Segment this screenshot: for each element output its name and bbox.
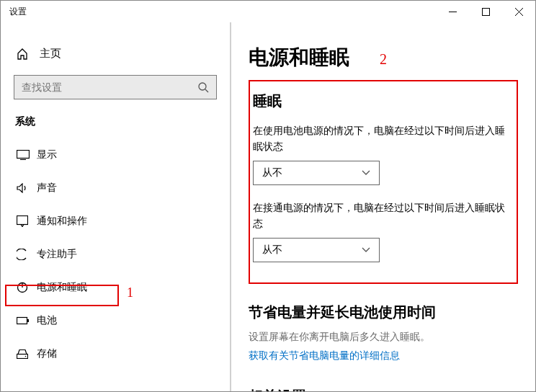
sidebar-item-label: 通知和操作 — [37, 215, 87, 228]
dropdown-value: 从不 — [262, 166, 282, 179]
highlighted-section: 睡眠 在使用电池电源的情况下，电脑在经过以下时间后进入睡眠状态 从不 在接通电源… — [249, 80, 518, 284]
svg-point-4 — [199, 83, 206, 90]
power-icon — [17, 282, 37, 293]
save-power-subtext: 设置屏幕在你离开电脑后多久进入睡眠。 — [249, 331, 518, 344]
notifications-icon — [17, 215, 37, 227]
svg-rect-6 — [17, 151, 30, 159]
sidebar-item-sound[interactable]: 声音 — [1, 172, 230, 205]
window-title: 设置 — [9, 6, 27, 18]
sidebar-item-label: 电源和睡眠 — [37, 281, 87, 294]
desc-plugged: 在接通电源的情况下，电脑在经过以下时间后进入睡眠状态 — [253, 200, 508, 232]
sidebar-group-label: 系统 — [1, 112, 230, 138]
battery-icon — [17, 316, 37, 325]
svg-rect-11 — [17, 318, 27, 324]
sidebar-item-display[interactable]: 显示 — [1, 138, 230, 172]
section-title-related: 相关设置 — [249, 387, 518, 391]
display-icon — [17, 150, 37, 160]
search-icon — [198, 82, 209, 93]
close-button[interactable] — [502, 1, 535, 22]
save-power-link[interactable]: 获取有关节省电脑电量的详细信息 — [249, 349, 518, 362]
home-label: 主页 — [40, 47, 61, 61]
content-area: 电源和睡眠 2 睡眠 在使用电池电源的情况下，电脑在经过以下时间后进入睡眠状态 … — [231, 22, 535, 391]
sidebar-item-focus[interactable]: 专注助手 — [1, 238, 230, 271]
minimize-button[interactable] — [436, 1, 469, 22]
dropdown-battery-sleep[interactable]: 从不 — [253, 161, 380, 185]
sound-icon — [17, 183, 37, 193]
sidebar-item-storage[interactable]: 存储 — [1, 337, 230, 370]
sidebar-item-battery[interactable]: 电池 — [1, 304, 230, 337]
sidebar: 主页 系统 显示 声音 通知和操作 — [1, 22, 231, 391]
svg-rect-1 — [482, 8, 489, 15]
svg-point-14 — [25, 355, 27, 357]
chevron-down-icon — [362, 247, 370, 253]
chevron-down-icon — [362, 170, 370, 176]
dropdown-plugged-sleep[interactable]: 从不 — [253, 238, 380, 262]
svg-line-5 — [205, 89, 208, 92]
search-input[interactable] — [14, 75, 217, 99]
home-icon — [17, 48, 28, 60]
section-title-save-power: 节省电量并延长电池使用时间 — [249, 303, 518, 322]
sidebar-item-label: 显示 — [37, 148, 57, 161]
sidebar-item-label: 存储 — [37, 347, 57, 360]
sidebar-item-label: 专注助手 — [37, 248, 77, 261]
page-title: 电源和睡眠 — [249, 44, 349, 71]
svg-rect-8 — [17, 216, 28, 225]
sidebar-item-label: 电池 — [37, 314, 57, 327]
titlebar: 设置 — [1, 1, 535, 22]
focus-icon — [17, 249, 37, 260]
svg-rect-12 — [27, 319, 29, 322]
section-title-sleep: 睡眠 — [253, 92, 508, 111]
sidebar-item-label: 声音 — [37, 182, 57, 195]
sidebar-item-notifications[interactable]: 通知和操作 — [1, 205, 230, 238]
sidebar-home[interactable]: 主页 — [1, 38, 230, 69]
annotation-1: 1 — [127, 285, 133, 300]
search-field[interactable] — [22, 81, 198, 93]
storage-icon — [17, 349, 37, 359]
annotation-2: 2 — [380, 51, 387, 68]
sidebar-item-power-sleep[interactable]: 电源和睡眠 — [1, 271, 230, 304]
maximize-button[interactable] — [469, 1, 502, 22]
dropdown-value: 从不 — [262, 244, 282, 257]
desc-battery: 在使用电池电源的情况下，电脑在经过以下时间后进入睡眠状态 — [253, 122, 508, 155]
